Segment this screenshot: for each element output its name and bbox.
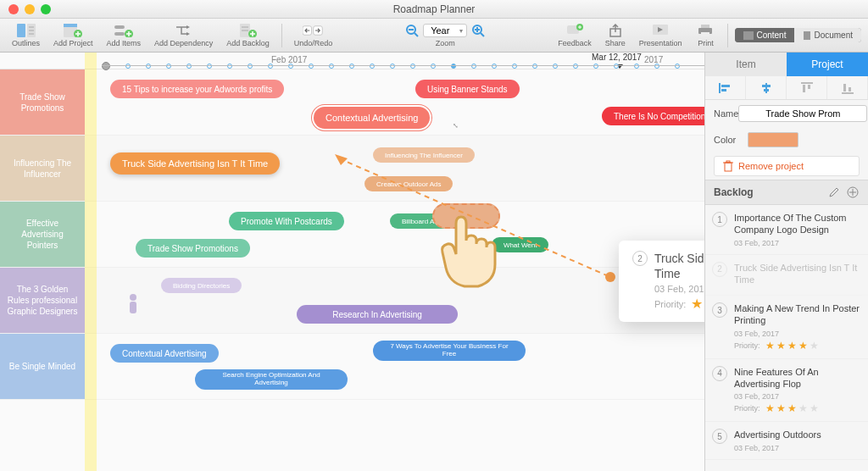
svg-rect-41 bbox=[701, 32, 709, 36]
hand-cursor-icon bbox=[431, 207, 498, 283]
timeline-header: Feb 2017 Mar 12, 2017 2017 bbox=[0, 53, 704, 69]
align-bottom-button[interactable] bbox=[827, 76, 868, 99]
backlog-popup: 2 Truck Side Advertising Isn T It Time 0… bbox=[619, 241, 704, 322]
today-highlight bbox=[85, 53, 97, 471]
minimize-window-button[interactable] bbox=[25, 4, 35, 14]
print-icon bbox=[695, 23, 715, 38]
align-center-button[interactable] bbox=[746, 76, 787, 99]
backlog-popup-title: Truck Side Advertising Isn T It Time bbox=[654, 251, 704, 281]
undo-redo-icon bbox=[303, 23, 323, 38]
inspector-sidebar: Item Project Name Color Remove project B… bbox=[704, 53, 868, 471]
svg-point-48 bbox=[605, 272, 615, 282]
feedback-button[interactable]: Feedback bbox=[553, 23, 597, 47]
backlog-item[interactable]: 5 Advertising Outdoors 03 Feb, 2017 bbox=[705, 422, 868, 459]
content-view-button[interactable]: Content bbox=[735, 28, 794, 42]
roadmap-item[interactable]: Contextual Advertising bbox=[110, 344, 219, 363]
align-top-button[interactable] bbox=[787, 76, 827, 99]
add-items-icon bbox=[114, 23, 134, 38]
outlines-label: Outlines bbox=[12, 39, 40, 47]
svg-rect-42 bbox=[743, 31, 754, 40]
svg-rect-0 bbox=[17, 24, 25, 37]
add-items-label: Add Items bbox=[107, 39, 142, 47]
zoom-out-button[interactable] bbox=[404, 23, 420, 38]
backlog-list[interactable]: 1 Importance Of The Custom Company Logo … bbox=[705, 205, 868, 471]
presentation-button[interactable]: Presentation bbox=[634, 23, 687, 47]
person-icon bbox=[127, 293, 139, 313]
project-color-swatch[interactable] bbox=[748, 132, 798, 147]
backlog-item[interactable]: 1 Importance Of The Custom Company Logo … bbox=[705, 205, 868, 255]
svg-rect-53 bbox=[762, 85, 771, 87]
toolbar: Outlines Add Project Add Items Add Depen… bbox=[0, 19, 868, 53]
share-icon bbox=[605, 23, 626, 38]
svg-rect-60 bbox=[849, 87, 851, 91]
svg-rect-54 bbox=[764, 89, 769, 91]
resize-handle-icon[interactable]: ⤡ bbox=[453, 122, 459, 130]
lane-label: Be Single Minded bbox=[0, 334, 85, 399]
project-tab[interactable]: Project bbox=[787, 53, 868, 76]
roadmap-item[interactable]: Promote With Postcards bbox=[229, 212, 344, 230]
feedback-icon bbox=[565, 23, 585, 38]
timeline-date-marker: Mar 12, 2017 bbox=[592, 53, 642, 62]
lane-trade-show: Trade Show Promotions 15 Tips to increas… bbox=[0, 69, 704, 136]
view-mode-segment: Content Document bbox=[735, 28, 861, 42]
undo-redo-button[interactable]: Undo/Redo bbox=[289, 23, 338, 47]
roadmap-item[interactable]: Truck Side Advertising Isn T It Time bbox=[110, 152, 280, 175]
outlines-icon bbox=[16, 23, 36, 38]
share-button[interactable]: Share bbox=[600, 23, 631, 47]
close-window-button[interactable] bbox=[8, 4, 19, 14]
zoom-label: Zoom bbox=[436, 39, 455, 47]
presentation-icon bbox=[650, 23, 670, 38]
backlog-item[interactable]: 2 Truck Side Advertising Isn T It Time bbox=[705, 255, 868, 296]
roadmap-item[interactable]: Bidding Directories bbox=[161, 278, 242, 293]
add-backlog-label: Add Backlog bbox=[226, 39, 270, 47]
add-project-button[interactable]: Add Project bbox=[48, 23, 98, 47]
svg-rect-10 bbox=[114, 25, 125, 29]
add-items-button[interactable]: Add Items bbox=[102, 23, 147, 47]
backlog-heading: Backlog bbox=[714, 186, 754, 198]
fullscreen-window-button[interactable] bbox=[41, 4, 51, 14]
lane-single-minded: Be Single Minded Contextual Advertising … bbox=[0, 334, 704, 400]
svg-rect-50 bbox=[721, 85, 730, 87]
share-label: Share bbox=[605, 39, 626, 47]
svg-marker-47 bbox=[335, 154, 348, 165]
svg-point-44 bbox=[130, 294, 136, 301]
backlog-edit-button[interactable] bbox=[827, 186, 841, 199]
roadmap-item[interactable]: Trade Show Promotions bbox=[136, 239, 250, 258]
roadmap-item[interactable]: 7 Ways To Advertise Your Business For Fr… bbox=[373, 341, 526, 361]
svg-line-26 bbox=[415, 33, 418, 36]
outlines-button[interactable]: Outlines bbox=[7, 23, 45, 47]
svg-rect-11 bbox=[114, 32, 125, 36]
window-title: Roadmap Planner bbox=[393, 3, 476, 15]
trash-icon bbox=[723, 160, 733, 172]
roadmap-item[interactable]: Research In Advertising bbox=[297, 305, 458, 324]
project-name-input[interactable] bbox=[738, 105, 867, 122]
priority-stars: ★★★★★ bbox=[691, 296, 704, 312]
remove-project-button[interactable]: Remove project bbox=[714, 156, 860, 176]
roadmap-item[interactable]: Search Engine Optimization And Advertisi… bbox=[195, 369, 348, 390]
lane-label: Trade Show Promotions bbox=[0, 69, 85, 135]
backlog-popup-date: 03 Feb, 2017 bbox=[654, 284, 704, 294]
roadmap-canvas[interactable]: Feb 2017 Mar 12, 2017 2017 Trade Show Pr… bbox=[0, 53, 704, 471]
roadmap-item-selected[interactable]: Contextual Advertising bbox=[314, 107, 430, 129]
lane-label: Influencing The Influencer bbox=[0, 136, 85, 201]
roadmap-item[interactable]: There Is No Competition bbox=[602, 107, 704, 125]
backlog-add-button[interactable] bbox=[846, 186, 860, 199]
roadmap-item[interactable]: Using Banner Stands bbox=[415, 80, 520, 98]
document-view-button[interactable]: Document bbox=[794, 28, 861, 42]
add-dependency-button[interactable]: Add Dependency bbox=[149, 23, 218, 47]
backlog-item[interactable]: 4 Nine Features Of An Advertising Flop 0… bbox=[705, 359, 868, 423]
svg-marker-16 bbox=[186, 32, 190, 36]
zoom-in-button[interactable] bbox=[470, 23, 486, 38]
backlog-item[interactable]: 3 Making A New Trend In Poster Printing … bbox=[705, 296, 868, 359]
add-backlog-icon bbox=[237, 23, 258, 38]
lane-label: Effective Advertising Pointers bbox=[0, 202, 85, 267]
align-left-button[interactable] bbox=[705, 76, 746, 99]
svg-rect-61 bbox=[725, 163, 732, 171]
print-button[interactable]: Print bbox=[690, 23, 721, 47]
zoom-select[interactable]: Year ▾ bbox=[423, 24, 467, 37]
add-backlog-button[interactable]: Add Backlog bbox=[221, 23, 275, 47]
roadmap-item[interactable]: 15 Tips to increase your Adwords profits bbox=[110, 80, 284, 98]
add-project-icon bbox=[63, 23, 83, 38]
item-tab[interactable]: Item bbox=[705, 53, 787, 76]
add-project-label: Add Project bbox=[53, 39, 93, 47]
